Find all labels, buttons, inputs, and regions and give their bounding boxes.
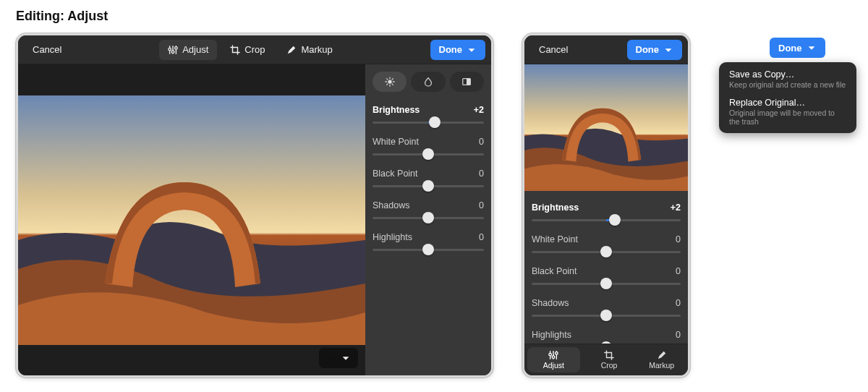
slider-value: 0 xyxy=(676,266,681,276)
crop-icon xyxy=(604,350,614,360)
slider-track[interactable] xyxy=(373,244,484,255)
popover-item-save-copy[interactable]: Save as Copy… Keep original and create a… xyxy=(722,65,854,93)
slider-brightness: Brightness +2 xyxy=(532,198,681,226)
done-button[interactable]: Done xyxy=(430,40,486,60)
tool-markup-button[interactable]: Markup xyxy=(278,40,341,60)
done-popover-demo: Done Save as Copy… Keep original and cre… xyxy=(719,33,868,378)
markup-icon xyxy=(286,45,297,55)
adjust-icon xyxy=(548,350,558,360)
slider-label: Highlights xyxy=(532,330,571,340)
tool-adjust-button[interactable]: Adjust xyxy=(159,40,217,60)
chevron-down-icon xyxy=(807,43,817,53)
chevron-down-icon xyxy=(663,45,673,55)
slider-label: Highlights xyxy=(373,232,412,242)
nav-label: Adjust xyxy=(543,361,564,370)
chevron-down-icon xyxy=(467,45,477,55)
slider-value: 0 xyxy=(479,169,484,179)
slider-label: White Point xyxy=(532,234,578,244)
page-title: Editing: Adjust xyxy=(0,0,868,31)
slider-label: Black Point xyxy=(373,169,418,179)
slider-value: 0 xyxy=(479,200,484,210)
popover-item-subtitle: Original image will be moved to the tras… xyxy=(729,108,846,126)
done-label: Done xyxy=(636,44,660,55)
slider-value: 0 xyxy=(479,232,484,242)
slider-blackpoint: Black Point0 xyxy=(532,262,681,289)
slider-track[interactable] xyxy=(532,278,681,289)
chevron-down-icon xyxy=(341,353,351,363)
nav-crop[interactable]: Crop xyxy=(583,344,636,375)
tab-color[interactable] xyxy=(411,72,445,92)
zoom-icon xyxy=(326,353,336,363)
tool-adjust-label: Adjust xyxy=(182,44,208,55)
slider-track[interactable] xyxy=(373,116,484,128)
nav-label: Crop xyxy=(601,361,618,370)
slider-value: +2 xyxy=(671,203,681,213)
photo-preview xyxy=(524,64,688,191)
slider-brightness: Brightness +2 xyxy=(373,101,484,128)
slider-value: +2 xyxy=(474,105,484,115)
sun-icon xyxy=(385,77,395,87)
done-label: Done xyxy=(778,43,802,54)
crop-icon xyxy=(230,45,240,55)
done-label: Done xyxy=(439,44,463,55)
slider-track[interactable] xyxy=(532,246,681,257)
slider-value: 0 xyxy=(479,137,484,147)
nav-adjust[interactable]: Adjust xyxy=(527,347,580,372)
popover-item-subtitle: Keep original and create a new file xyxy=(729,80,846,89)
adjust-icon xyxy=(168,45,178,55)
slider-value: 0 xyxy=(676,298,681,308)
nav-markup[interactable]: Markup xyxy=(635,344,688,375)
slider-track[interactable] xyxy=(532,341,681,344)
slider-track[interactable] xyxy=(373,148,484,160)
slider-shadows: Shadows 0 xyxy=(373,196,484,223)
popover-item-title: Save as Copy… xyxy=(729,69,846,80)
editor-window-narrow: Cancel Done Brightness +2 xyxy=(522,33,690,378)
adjust-panel: Brightness +2 White Point 0 xyxy=(365,64,491,375)
nav-label: Markup xyxy=(649,361,674,370)
slider-track[interactable] xyxy=(373,212,484,223)
slider-label: Shadows xyxy=(532,298,569,308)
markup-icon xyxy=(657,350,667,360)
slider-label: White Point xyxy=(373,137,419,147)
adjust-panel: Brightness +2 White Point0 Black Point0 xyxy=(524,191,688,344)
slider-highlights: Highlights0 xyxy=(532,325,681,344)
done-button[interactable]: Done xyxy=(627,40,683,60)
slider-label: Black Point xyxy=(532,266,577,276)
slider-whitepoint: White Point 0 xyxy=(373,132,484,160)
slider-highlights: Highlights 0 xyxy=(373,228,484,255)
adjust-category-tabs xyxy=(373,72,484,92)
slider-value: 0 xyxy=(676,234,681,244)
slider-track[interactable] xyxy=(532,310,681,321)
drop-icon xyxy=(423,77,433,87)
done-popover: Save as Copy… Keep original and create a… xyxy=(719,62,856,133)
slider-label: Brightness xyxy=(373,105,420,115)
tab-contrast[interactable] xyxy=(450,72,484,92)
contrast-icon xyxy=(461,77,472,87)
done-button[interactable]: Done xyxy=(770,38,825,58)
slider-whitepoint: White Point0 xyxy=(532,230,681,257)
headerbar: Cancel Adjust Crop Markup Done xyxy=(18,35,491,64)
tab-light[interactable] xyxy=(373,72,407,92)
popover-item-title: Replace Original… xyxy=(729,98,846,108)
image-viewport xyxy=(18,64,365,375)
cancel-button[interactable]: Cancel xyxy=(530,40,576,60)
slider-track[interactable] xyxy=(532,214,681,226)
cancel-button[interactable]: Cancel xyxy=(24,40,70,60)
editor-window-wide: Cancel Adjust Crop Markup Done xyxy=(16,33,493,378)
tool-crop-label: Crop xyxy=(244,44,265,55)
tool-crop-button[interactable]: Crop xyxy=(221,40,273,60)
slider-shadows: Shadows0 xyxy=(532,294,681,321)
zoom-menu-button[interactable] xyxy=(319,348,358,368)
slider-value: 0 xyxy=(676,330,681,340)
slider-label: Shadows xyxy=(373,200,409,210)
bottom-nav: Adjust Crop Markup xyxy=(524,344,688,375)
tool-markup-label: Markup xyxy=(301,44,332,55)
slider-blackpoint: Black Point 0 xyxy=(373,164,484,192)
popover-item-replace[interactable]: Replace Original… Original image will be… xyxy=(722,93,854,130)
slider-label: Brightness xyxy=(532,203,579,213)
headerbar: Cancel Done xyxy=(524,35,688,64)
slider-track[interactable] xyxy=(373,180,484,192)
photo-preview xyxy=(18,95,365,345)
